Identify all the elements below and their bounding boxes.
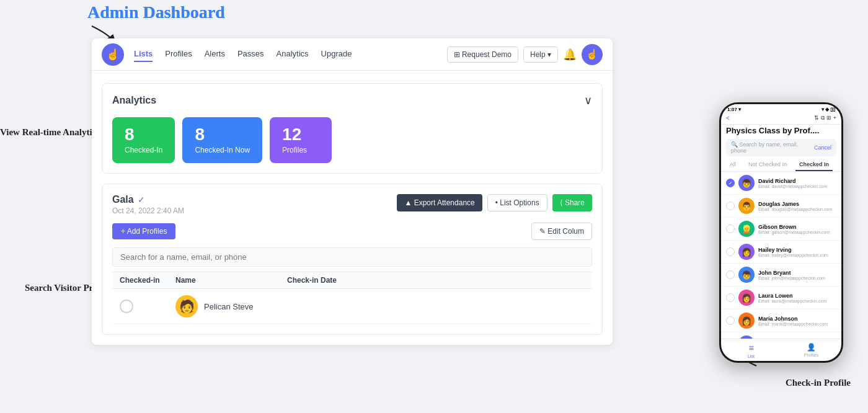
phone-list-item[interactable]: 👩 Hailey Irving Email: hailey@metaappche… <box>721 241 841 264</box>
phone-avatar-5: 👦 <box>738 267 755 283</box>
row-avatar: 🧑 <box>175 295 198 318</box>
phone-person-info-3: Gibson Brown Email: gibson@metaappchecki… <box>758 224 836 234</box>
bell-icon[interactable]: 🔔 <box>563 48 577 61</box>
phone-icon-2[interactable]: ⧉ <box>821 115 825 122</box>
phone-list-item[interactable]: ✓ 👦 David Richard Email: david@metaappch… <box>721 172 841 195</box>
phone-person-email-6: Email: laura@metaappcheckin.com <box>758 299 836 303</box>
th-checkedin: Checked-in <box>120 276 175 285</box>
phone-tab-all[interactable]: All <box>726 159 740 171</box>
phone-search-cancel[interactable]: Cancel <box>814 144 831 151</box>
phone-person-info-4: Hailey Irving Email: hailey@metaappcheck… <box>758 247 836 257</box>
phone-tabs: All Not Checked In Checked In <box>721 159 841 172</box>
phone-tab-not-checkedin[interactable]: Not Checked In <box>745 159 790 171</box>
phone-person-email-1: Email: david@metaappcheckin.com <box>758 184 836 189</box>
phone-person-info-2: Douglas James Email: douglas@metaappchec… <box>758 201 836 211</box>
share-button[interactable]: ⟨ Share <box>552 194 592 211</box>
phone-list-item[interactable]: 👨 Douglas James Email: douglas@metaappch… <box>721 195 841 218</box>
analytics-chevron[interactable]: ∨ <box>584 94 592 107</box>
phone-time: 1:07 ▾ <box>727 107 741 112</box>
phone-avatar-4: 👩 <box>738 244 755 260</box>
phone-nav-icons: ⇅ ⧉ ⊞ + <box>814 115 836 122</box>
gala-info: Gala ✓ Oct 24, 2022 2:40 AM <box>112 194 184 215</box>
phone-list-title: Physics Class by Prof.... <box>721 125 841 138</box>
annotation-view-realtime: View Real-time Analytics <box>0 127 100 138</box>
analytics-card-profiles[interactable]: 12 Profiles <box>270 117 332 163</box>
search-input-wrap <box>112 247 592 267</box>
phone-checkbox-6[interactable] <box>726 293 735 302</box>
phone-icon-3[interactable]: ⊞ <box>826 115 831 122</box>
phone-bottom-bar: ≡ List 👤 Profiles <box>721 339 841 361</box>
export-attendance-button[interactable]: ▲ Export Attendance <box>397 194 482 211</box>
phone-list-item[interactable]: 👩 Maria Johnson Email: maria@metaappchec… <box>721 309 841 332</box>
search-input[interactable] <box>112 247 592 267</box>
gala-title: Gala <box>112 194 134 205</box>
card-label-checkedin: Checked-In <box>125 146 162 154</box>
phone-mockup: 1:07 ▾ ▾ ◈ ▯▯ < ⇅ ⧉ ⊞ + Physics Class by… <box>719 102 843 363</box>
analytics-card-checkedin-now[interactable]: 8 Checked-In Now <box>182 117 262 163</box>
analytics-section: Analytics ∨ 8 Checked-In 8 Checked-In No… <box>102 83 603 174</box>
phone-tab-list[interactable]: ≡ List <box>721 343 781 358</box>
phone-person-email-4: Email: hailey@metaappcheckin.com <box>758 253 836 257</box>
nav-analytics[interactable]: Analytics <box>277 47 309 62</box>
phone-person-info-7: Maria Johnson Email: maria@metaappchecki… <box>758 316 836 326</box>
navbar-logo[interactable]: ☝ <box>102 43 124 66</box>
phone-checkbox-1[interactable]: ✓ <box>726 179 735 187</box>
nav-profiles[interactable]: Profiles <box>165 47 192 62</box>
phone-avatar-7: 👩 <box>738 313 755 329</box>
phone-tab-profiles[interactable]: 👤 Profiles <box>781 343 841 358</box>
page-annotation-title: Admin Dashboard <box>87 2 225 22</box>
help-button[interactable]: Help ▾ <box>523 47 558 63</box>
table-row: 🧑 Pelican Steve <box>112 289 592 324</box>
add-profiles-button[interactable]: + Add Profiles <box>112 223 175 239</box>
table-header: Checked-in Name Check-in Date <box>112 272 592 289</box>
phone-avatar-6: 👩 <box>738 290 755 306</box>
phone-search-bar: 🔍 Search by name, email, phone Cancel <box>726 139 836 156</box>
row-name-cell: 🧑 Pelican Steve <box>175 295 287 318</box>
phone-list-item[interactable]: 👱 Gibson Brown Email: gibson@metaappchec… <box>721 218 841 241</box>
phone-search-placeholder: 🔍 Search by name, email, phone <box>731 141 814 154</box>
nav-upgrade[interactable]: Upgrade <box>321 47 352 62</box>
gala-verified-icon: ✓ <box>138 195 145 205</box>
request-demo-button[interactable]: ⊞ Request Demo <box>447 47 518 63</box>
profiles-icon: 👤 <box>807 343 816 352</box>
card-number-checkedin-now: 8 <box>195 126 250 143</box>
phone-back-button[interactable]: < <box>726 115 730 122</box>
profiles-tab-label: Profiles <box>804 353 818 357</box>
phone-screen: 1:07 ▾ ▾ ◈ ▯▯ < ⇅ ⧉ ⊞ + Physics Class by… <box>721 104 841 361</box>
navbar: ☝ Lists Profiles Alerts Passes Analytics… <box>92 38 613 71</box>
phone-checkbox-4[interactable] <box>726 247 735 256</box>
phone-list-item[interactable]: 👦 John Bryant Email: john@metaappcheckin… <box>721 264 841 286</box>
phone-icon-4[interactable]: + <box>833 115 836 122</box>
phone-people-list: ✓ 👦 David Richard Email: david@metaappch… <box>721 172 841 339</box>
search-row <box>112 247 592 267</box>
hand-icon: ☝ <box>106 48 120 61</box>
gala-date: Oct 24, 2022 2:40 AM <box>112 206 184 215</box>
phone-status-bar: 1:07 ▾ ▾ ◈ ▯▯ <box>721 104 841 113</box>
navbar-links: Lists Profiles Alerts Passes Analytics U… <box>134 47 447 62</box>
nav-lists[interactable]: Lists <box>134 47 153 62</box>
phone-icon-1[interactable]: ⇅ <box>814 115 819 122</box>
phone-person-name-1: David Richard <box>758 178 836 184</box>
phone-checkbox-5[interactable] <box>726 270 735 279</box>
phone-list-item[interactable]: 👩 Laura Lowen Email: laura@metaappchecki… <box>721 286 841 309</box>
phone-person-email-7: Email: maria@metaappcheckin.com <box>758 322 836 326</box>
phone-checkbox-7[interactable] <box>726 316 735 325</box>
gala-section: Gala ✓ Oct 24, 2022 2:40 AM ▲ Export Att… <box>102 184 603 335</box>
user-avatar[interactable]: ☝ <box>582 44 603 65</box>
phone-checkbox-2[interactable] <box>726 202 735 210</box>
phone-person-name-2: Douglas James <box>758 201 836 207</box>
phone-person-info-1: David Richard Email: david@metaappchecki… <box>758 178 836 189</box>
list-options-button[interactable]: • List Options <box>487 194 547 211</box>
nav-passes[interactable]: Passes <box>237 47 264 62</box>
nav-alerts[interactable]: Alerts <box>205 47 225 62</box>
th-checkin-date: Check-in Date <box>287 276 585 285</box>
card-label-profiles: Profiles <box>282 146 319 154</box>
edit-columns-button[interactable]: ✎ Edit Colum <box>531 223 592 240</box>
analytics-card-checkedin[interactable]: 8 Checked-In <box>112 117 175 163</box>
row-checkbox[interactable] <box>120 300 133 313</box>
phone-checkbox-3[interactable] <box>726 224 735 233</box>
phone-person-email-5: Email: john@metaappcheckin.com <box>758 276 836 280</box>
phone-person-name-5: John Bryant <box>758 270 836 276</box>
phone-tab-checkedin[interactable]: Checked In <box>795 159 833 171</box>
phone-list-item[interactable]: 🧑 Yuvaneet Yuvraj Email: yuvaneet@metaap… <box>721 332 841 339</box>
